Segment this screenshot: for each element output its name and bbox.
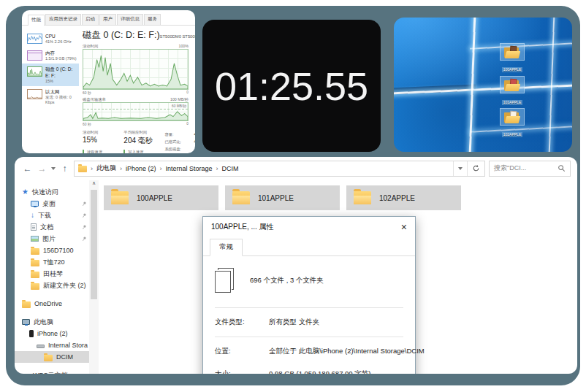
sidebar-item-dcim[interactable]: DCIM bbox=[15, 351, 89, 363]
open-folder-icon bbox=[504, 46, 520, 58]
tab-general[interactable]: 常规 bbox=[210, 239, 243, 256]
address-bar: ← → ↑ › 此电脑 › iPhone (2) › Internal Stor… bbox=[15, 157, 577, 180]
pc-icon bbox=[22, 319, 30, 325]
breadcrumb-this-pc[interactable]: 此电脑 bbox=[96, 164, 116, 173]
sidebar-item-t720[interactable]: T恤720 bbox=[15, 256, 89, 268]
breadcrumb-internal-storage[interactable]: Internal Storage bbox=[166, 165, 213, 172]
pin-icon bbox=[81, 224, 87, 230]
stat-active-time: 活动时间 15% bbox=[83, 130, 122, 146]
forward-icon[interactable]: → bbox=[37, 164, 47, 174]
navigation-pane: ★快速访问 桌面 ↓下载 文档 图片 156D7100 T恤72 bbox=[15, 180, 89, 374]
desktop-icon-100apple[interactable]: 100APPLE bbox=[495, 43, 529, 74]
sidebar-item-onedrive[interactable]: OneDrive bbox=[15, 298, 89, 310]
transfer-rate-chart: 60 MB/秒 bbox=[83, 102, 189, 121]
files-stack-icon bbox=[215, 268, 234, 293]
sidebar-item-pictures[interactable]: 图片 bbox=[15, 233, 89, 245]
active-time-chart-max: 100% bbox=[178, 44, 189, 49]
file-explorer-window: ← → ↑ › 此电脑 › iPhone (2) › Internal Stor… bbox=[15, 157, 577, 374]
folder-icon bbox=[354, 191, 371, 204]
open-folder-icon bbox=[504, 111, 520, 123]
disk-model: ST500DM0 ST500D... bbox=[160, 34, 195, 39]
sidebar-scrollbar[interactable]: ∧ bbox=[89, 180, 99, 374]
breadcrumb-iphone[interactable]: iPhone (2) bbox=[126, 165, 156, 172]
tab-performance[interactable]: 性能 bbox=[28, 15, 45, 26]
perf-item-disk0[interactable]: 磁盘 0 (C: D: E: F:15% bbox=[22, 64, 79, 86]
sidebar-item-desktop[interactable]: 桌面 bbox=[15, 198, 89, 210]
address-dropdown-button[interactable] bbox=[453, 161, 467, 176]
tab-services[interactable]: 服务 bbox=[144, 14, 161, 25]
monitor-icon bbox=[31, 201, 39, 207]
perf-item-memory[interactable]: 内存1.5/1.9 GB (79%) bbox=[22, 47, 79, 64]
sidebar-item-quick-access[interactable]: ★快速访问 bbox=[15, 186, 89, 198]
folder-icon bbox=[31, 283, 39, 290]
pin-icon bbox=[81, 236, 87, 242]
folder-icon bbox=[44, 355, 53, 361]
pin-icon bbox=[81, 212, 87, 218]
sidebar-item-iphone[interactable]: iPhone (2) bbox=[15, 328, 89, 339]
up-icon[interactable]: ↑ bbox=[59, 164, 70, 174]
star-icon: ★ bbox=[22, 188, 28, 196]
folder-icon bbox=[31, 260, 39, 266]
tab-details[interactable]: 详细信息 bbox=[117, 14, 143, 25]
tab-users[interactable]: 用户 bbox=[99, 14, 116, 25]
cloud-icon: ☁ bbox=[22, 372, 29, 374]
perf-sidebar: CPU41% 2.26 GHz 内存1.5/1.9 GB (79%) 磁盘 0 … bbox=[22, 26, 79, 153]
transfer-rate-x-right: 0 bbox=[186, 122, 189, 126]
desktop-icon-101apple[interactable]: 101APPLE bbox=[495, 76, 529, 107]
ethernet-graph-icon bbox=[27, 89, 42, 99]
refresh-button[interactable] bbox=[467, 161, 484, 176]
stopwatch-panel: 01:25.55 bbox=[202, 20, 381, 152]
folder-icon bbox=[31, 248, 39, 255]
back-icon[interactable]: ← bbox=[22, 164, 33, 174]
active-time-chart bbox=[83, 49, 189, 90]
folder-tile-label: 101APPLE bbox=[258, 194, 294, 202]
sidebar-item-documents[interactable]: 文档 bbox=[15, 221, 89, 233]
memory-graph-icon bbox=[27, 50, 42, 61]
task-manager-tab-bar: 性能 应用历史记录 启动 用户 详细信息 服务 bbox=[22, 10, 195, 26]
scroll-up-icon[interactable]: ∧ bbox=[89, 180, 99, 186]
desktop-icon-label: 102APPLE bbox=[502, 132, 522, 137]
tab-app-history[interactable]: 应用历史记录 bbox=[45, 14, 81, 25]
search-placeholder: 搜索"DCI... bbox=[494, 164, 526, 173]
sidebar-item-downloads[interactable]: ↓下载 bbox=[15, 210, 89, 221]
folder-tile-101apple[interactable]: 101APPLE bbox=[225, 185, 340, 210]
search-icon bbox=[558, 164, 566, 172]
transfer-rate-x-left: 60 秒 bbox=[83, 122, 91, 126]
sixty-mb-line bbox=[83, 109, 188, 109]
dialog-row-size: 大小: 0.98 GB (1,059,189,687.00 字节) bbox=[215, 363, 403, 374]
search-input[interactable]: 搜索"DCI... bbox=[489, 161, 571, 177]
address-box[interactable]: › 此电脑 › iPhone (2) › Internal Storage › … bbox=[74, 161, 485, 177]
folder-icon bbox=[111, 191, 129, 204]
sidebar-item-tianguiqin[interactable]: 田桂琴 bbox=[15, 268, 89, 280]
stat-avg-response: 平均响应时间 204 毫秒 bbox=[123, 130, 164, 146]
download-icon: ↓ bbox=[31, 212, 34, 219]
disk-info-list: 容量:466 GB 已格式化:466 GB 系统磁盘:是 页面文件:是 bbox=[164, 130, 195, 153]
disk-title: 磁盘 0 (C: D: E: F:) bbox=[83, 29, 160, 42]
sidebar-item-156d7100[interactable]: 156D7100 bbox=[15, 245, 89, 256]
scrollbar-thumb[interactable] bbox=[91, 190, 97, 299]
history-caret-icon[interactable] bbox=[51, 167, 56, 170]
open-folder-icon bbox=[504, 79, 520, 91]
sidebar-item-this-pc[interactable]: 此电脑 bbox=[15, 316, 89, 328]
sidebar-item-wps-cloud[interactable]: ☁WPS云文档 bbox=[15, 369, 89, 374]
breadcrumb-dcim[interactable]: DCIM bbox=[222, 165, 239, 172]
transfer-rate-chart-max: 100 MB/秒 bbox=[170, 97, 189, 102]
sidebar-item-internal-storage[interactable]: Internal Stora bbox=[15, 339, 89, 351]
folder-icon bbox=[22, 301, 31, 308]
desktop-icon-102apple[interactable]: 102APPLE bbox=[495, 108, 529, 139]
breadcrumb-chevron-icon: › bbox=[160, 165, 162, 172]
breadcrumb-chevron-icon: › bbox=[91, 165, 93, 172]
folder-icon bbox=[31, 272, 39, 278]
perf-item-cpu[interactable]: CPU41% 2.26 GHz bbox=[22, 31, 79, 47]
sixty-mb-label: 60 MB/秒 bbox=[172, 104, 186, 108]
tab-startup[interactable]: 启动 bbox=[82, 14, 99, 25]
sidebar-item-new-folder-2[interactable]: 新建文件夹 (2) bbox=[15, 280, 89, 291]
dialog-row-location: 位置: 全部位于 此电脑\iPhone (2)\Internal Storage… bbox=[215, 340, 403, 363]
close-icon[interactable]: × bbox=[401, 222, 407, 232]
perf-item-ethernet[interactable]: 以太网发送: 0 接收: 0 Kbps bbox=[22, 86, 79, 107]
picture-icon bbox=[31, 236, 39, 242]
folder-tile-102apple[interactable]: 102APPLE bbox=[346, 185, 461, 210]
document-icon bbox=[31, 223, 37, 231]
folder-tile-100apple[interactable]: 100APPLE bbox=[104, 185, 218, 210]
disk-graph-icon bbox=[27, 66, 42, 77]
